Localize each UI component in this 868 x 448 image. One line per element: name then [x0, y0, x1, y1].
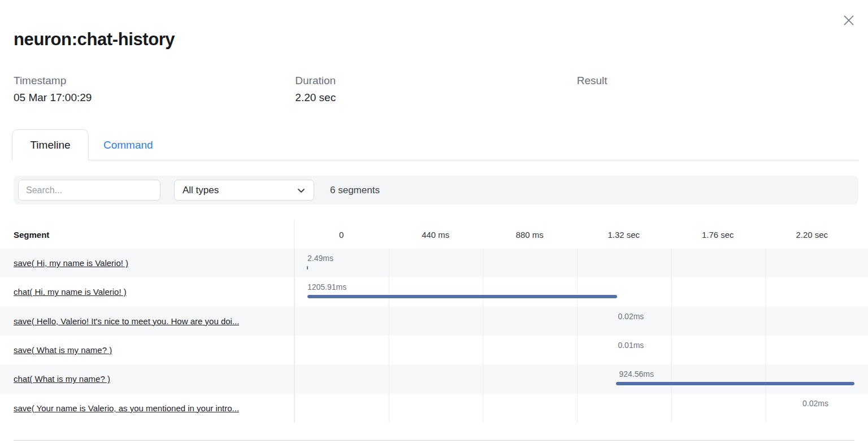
time-axis: 0 440 ms 880 ms 1.32 sec 1.76 sec 2.20 s…: [294, 220, 859, 249]
meta-value: [577, 92, 858, 105]
timeline-rows: save( Hi, my name is Valerio! ) 2.49ms c…: [0, 249, 868, 423]
duration-bar: [616, 382, 854, 385]
page-title: neuron:chat-history: [14, 29, 175, 50]
segment-timeline-cell: 0.02ms: [294, 394, 859, 423]
duration-bar: [307, 266, 308, 269]
segment-name-cell: chat( Hi, my name is Valerio! ): [0, 277, 294, 306]
segment-timeline-cell: 2.49ms: [294, 249, 859, 277]
meta-duration: Duration 2.20 sec: [295, 75, 576, 105]
tab-command[interactable]: Command: [102, 129, 154, 160]
segment-timeline-cell: 924.56ms: [294, 364, 859, 393]
type-filter-value: All types: [183, 185, 219, 196]
table-row: chat( Hi, my name is Valerio! ) 1205.91m…: [0, 277, 868, 306]
segment-name-cell: save( What is my name? ): [0, 336, 294, 364]
timeline-header: Segment 0 440 ms 880 ms 1.32 sec 1.76 se…: [0, 220, 868, 249]
table-row: save( Hi, my name is Valerio! ) 2.49ms: [0, 249, 868, 277]
filter-toolbar: All types 6 segments: [14, 176, 858, 205]
segment-name-cell: chat( What is my name? ): [0, 364, 294, 393]
meta-value: 2.20 sec: [295, 92, 576, 105]
time-tick: 2.20 sec: [765, 230, 860, 240]
segment-name-cell: save( Hello, Valerio! It's nice to meet …: [0, 307, 294, 336]
segment-link[interactable]: chat( What is my name? ): [14, 374, 110, 384]
segment-link[interactable]: save( Hello, Valerio! It's nice to meet …: [14, 316, 239, 326]
segment-link[interactable]: chat( Hi, my name is Valerio! ): [14, 287, 127, 297]
tab-bar: Timeline Command: [12, 129, 858, 160]
meta-value: 05 Mar 17:00:29: [14, 92, 295, 105]
close-icon: [841, 13, 856, 28]
meta-result: Result: [577, 75, 858, 105]
type-filter-dropdown[interactable]: All types: [174, 180, 314, 201]
table-row: save( Your name is Valerio, as you menti…: [0, 394, 868, 423]
segment-link[interactable]: save( Hi, my name is Valerio! ): [14, 258, 128, 268]
time-tick: 1.76 sec: [671, 230, 765, 240]
search-input[interactable]: [18, 180, 160, 201]
duration-label: 0.02ms: [802, 399, 828, 408]
time-tick: 1.32 sec: [577, 230, 671, 240]
segment-timeline-cell: 0.01ms: [294, 336, 859, 364]
segment-timeline-cell: 0.02ms: [294, 307, 859, 336]
meta-label: Result: [577, 75, 858, 87]
time-tick: 0: [294, 230, 389, 240]
chevron-down-icon: [297, 186, 306, 195]
time-tick: 880 ms: [483, 230, 577, 240]
close-button[interactable]: [840, 11, 858, 29]
meta-timestamp: Timestamp 05 Mar 17:00:29: [14, 75, 295, 105]
tab-timeline[interactable]: Timeline: [12, 129, 89, 160]
segment-column-header: Segment: [0, 220, 294, 249]
meta-label: Duration: [295, 75, 576, 87]
meta-label: Timestamp: [14, 75, 295, 87]
meta-row: Timestamp 05 Mar 17:00:29 Duration 2.20 …: [14, 75, 858, 105]
segment-timeline-cell: 1205.91ms: [294, 277, 859, 306]
table-row: chat( What is my name? ) 924.56ms: [0, 364, 868, 393]
table-row: save( What is my name? ) 0.01ms: [0, 336, 868, 364]
table-row: save( Hello, Valerio! It's nice to meet …: [0, 307, 868, 336]
duration-label: 0.02ms: [618, 312, 644, 321]
duration-label: 1205.91ms: [307, 282, 346, 292]
duration-label: 0.01ms: [618, 341, 644, 350]
segment-link[interactable]: save( What is my name? ): [14, 345, 112, 355]
segment-name-cell: save( Your name is Valerio, as you menti…: [0, 394, 294, 423]
trace-modal: neuron:chat-history Timestamp 05 Mar 17:…: [0, 0, 868, 448]
duration-label: 924.56ms: [619, 369, 653, 379]
time-tick: 440 ms: [389, 230, 483, 240]
segment-name-cell: save( Hi, my name is Valerio! ): [0, 249, 294, 277]
segments-count: 6 segments: [330, 185, 380, 196]
duration-label: 2.49ms: [307, 254, 333, 263]
duration-bar: [307, 295, 617, 298]
bottom-divider: [14, 440, 854, 441]
segment-link[interactable]: save( Your name is Valerio, as you menti…: [14, 403, 239, 413]
